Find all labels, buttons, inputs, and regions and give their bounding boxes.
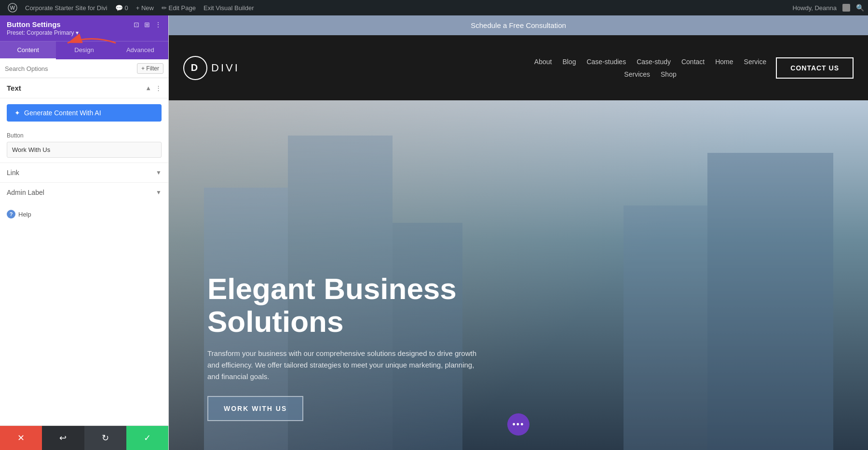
save-button[interactable]: ✓ xyxy=(126,426,168,450)
text-section-header: Text ▲ ⋮ xyxy=(0,78,168,98)
nav-link-services[interactable]: Services xyxy=(624,70,650,78)
nav-link-shop[interactable]: Shop xyxy=(661,70,677,78)
undo-button[interactable]: ↩ xyxy=(42,426,84,450)
logo-circle-icon: D xyxy=(183,56,207,80)
site-name[interactable]: Corporate Starter Site for Divi xyxy=(21,4,111,12)
fab-dots-icon: ••• xyxy=(513,420,525,430)
link-label: Link xyxy=(7,169,19,177)
new-button[interactable]: + New xyxy=(132,4,158,12)
collapse-icon[interactable]: ▲ xyxy=(145,84,151,92)
main-nav: D DIVI About Blog Case-studies Case-stud… xyxy=(169,35,868,100)
panel-header: Button Settings ⊡ ⊞ ⋮ Preset: Corporate … xyxy=(0,15,168,41)
nav-link-case-studies[interactable]: Case-studies xyxy=(586,58,626,66)
button-text-input[interactable] xyxy=(7,142,162,158)
button-field-label: Button xyxy=(7,132,162,139)
tab-advanced[interactable]: Advanced xyxy=(112,41,168,59)
view-icon[interactable]: ⊡ xyxy=(134,21,139,28)
filter-button[interactable]: + Filter xyxy=(137,63,163,74)
nav-links-wrapper: About Blog Case-studies Case-study Conta… xyxy=(534,58,766,78)
tab-design[interactable]: Design xyxy=(56,41,112,59)
nav-link-service[interactable]: Service xyxy=(744,58,767,66)
redo-button[interactable]: ↻ xyxy=(84,426,126,450)
search-input[interactable] xyxy=(5,65,133,72)
exit-visual-builder-button[interactable]: Exit Visual Builder xyxy=(200,4,258,12)
nav-sub-links: Services Shop xyxy=(624,70,676,78)
comment-count[interactable]: 💬 0 xyxy=(111,4,132,12)
more-icon[interactable]: ⋮ xyxy=(155,21,162,28)
building-5 xyxy=(624,205,707,450)
avatar xyxy=(842,4,850,12)
link-chevron-icon: ▼ xyxy=(156,169,162,176)
ai-icon: ✦ xyxy=(14,109,20,117)
contact-us-button[interactable]: CONTACT US xyxy=(776,57,854,79)
tab-content[interactable]: Content xyxy=(0,41,56,59)
link-section[interactable]: Link ▼ xyxy=(0,163,168,182)
nav-link-home[interactable]: Home xyxy=(715,58,733,66)
building-4 xyxy=(707,153,833,450)
layout-icon[interactable]: ⊞ xyxy=(144,21,150,28)
admin-label-label: Admin Label xyxy=(7,189,44,196)
panel-tabs: Content Design Advanced xyxy=(0,41,168,59)
generate-ai-button[interactable]: ✦ Generate Content With AI xyxy=(7,104,162,122)
cancel-button[interactable]: ✕ xyxy=(0,426,42,450)
help-circle-icon: ? xyxy=(7,210,15,218)
nav-link-blog[interactable]: Blog xyxy=(562,58,576,66)
search-icon[interactable]: 🔍 xyxy=(856,4,864,12)
text-section-title: Text xyxy=(7,84,21,92)
sidebar-panel: Button Settings ⊡ ⊞ ⋮ Preset: Corporate … xyxy=(0,15,169,450)
howdy-text: Howdy, Deanna xyxy=(792,4,837,12)
hero-section: Elegant Business Solutions Transform you… xyxy=(169,100,868,450)
fab-button[interactable]: ••• xyxy=(507,413,529,436)
admin-label-chevron-icon: ▼ xyxy=(156,189,162,196)
nav-links: About Blog Case-studies Case-study Conta… xyxy=(534,58,766,66)
panel-title: Button Settings xyxy=(7,20,61,28)
nav-link-about[interactable]: About xyxy=(534,58,552,66)
text-section-icons: ▲ ⋮ xyxy=(145,84,162,92)
hero-description: Transform your business with our compreh… xyxy=(207,348,487,382)
nav-link-contact[interactable]: Contact xyxy=(681,58,705,66)
button-field-group: Button xyxy=(0,127,168,163)
admin-bar-right: Howdy, Deanna 🔍 xyxy=(792,4,864,12)
nav-link-case-study[interactable]: Case-study xyxy=(637,58,671,66)
panel-title-row: Button Settings ⊡ ⊞ ⋮ xyxy=(7,20,162,28)
announcement-bar: Schedule a Free Consultation xyxy=(169,15,868,35)
hero-cta-button[interactable]: WORK WITH US xyxy=(207,396,303,421)
section-menu-icon[interactable]: ⋮ xyxy=(155,84,162,92)
panel-preset[interactable]: Preset: Corporate Primary ▾ xyxy=(7,29,162,36)
hero-title: Elegant Business Solutions xyxy=(207,273,545,338)
search-bar: + Filter xyxy=(0,59,168,78)
website-preview: Schedule a Free Consultation D DIVI Abou… xyxy=(169,15,868,450)
bottom-bar: ✕ ↩ ↻ ✓ xyxy=(0,425,168,450)
main-wrapper: Button Settings ⊡ ⊞ ⋮ Preset: Corporate … xyxy=(0,15,868,450)
svg-text:W: W xyxy=(10,5,15,11)
wp-admin-bar: W Corporate Starter Site for Divi 💬 0 + … xyxy=(0,0,868,15)
admin-label-section[interactable]: Admin Label ▼ xyxy=(0,182,168,202)
help-button[interactable]: ? Help xyxy=(0,202,168,226)
wp-logo-icon[interactable]: W xyxy=(4,3,21,13)
edit-page-button[interactable]: ✏ Edit Page xyxy=(158,4,200,12)
panel-header-icons: ⊡ ⊞ ⋮ xyxy=(134,21,162,28)
nav-logo[interactable]: D DIVI xyxy=(183,56,240,80)
hero-content: Elegant Business Solutions Transform you… xyxy=(207,273,545,421)
